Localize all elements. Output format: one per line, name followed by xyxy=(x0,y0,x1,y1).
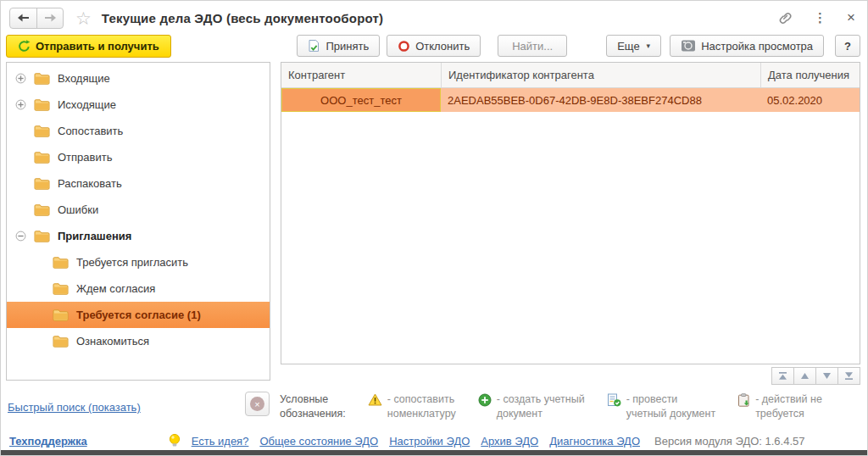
get-link-icon[interactable] xyxy=(777,11,793,25)
legend-item: - создать учетныйдокумент xyxy=(478,392,585,420)
decline-label: Отклонить xyxy=(415,40,470,53)
forward-button[interactable] xyxy=(36,8,63,28)
tree-item[interactable]: Ждем согласия xyxy=(7,275,270,302)
legend-item-text: - провестиучетный документ xyxy=(626,392,716,420)
tree-item[interactable]: Распаковать xyxy=(7,170,270,197)
history-nav xyxy=(9,8,64,29)
tree-item[interactable]: Ознакомиться xyxy=(7,328,270,354)
more-menu-icon[interactable]: ⋮ xyxy=(814,10,826,25)
find-button[interactable]: Найти... xyxy=(498,35,567,57)
back-arrow-icon xyxy=(17,14,30,22)
tree-item[interactable]: Входящие xyxy=(7,65,270,92)
tree-item[interactable]: Требуется пригласить xyxy=(7,249,270,275)
decline-button[interactable]: Отклонить xyxy=(387,35,481,57)
tree-item[interactable]: Ошибки xyxy=(7,197,270,223)
expander-plus-icon[interactable] xyxy=(15,99,27,110)
favorite-star-icon[interactable]: ☆ xyxy=(75,9,92,27)
folder-icon xyxy=(53,282,69,295)
find-label: Найти... xyxy=(512,40,553,53)
tree-item[interactable]: Отправить xyxy=(7,144,270,170)
help-button[interactable]: ? xyxy=(835,35,860,57)
folder-icon xyxy=(34,72,50,85)
table-body: ООО_тест_тест2AEDAB55BEB-0D67-42DB-9E8D-… xyxy=(281,88,860,112)
column-header[interactable]: Идентификатор контрагента xyxy=(441,63,760,87)
tree-item-label: Ждем согласия xyxy=(76,282,155,295)
table-cell[interactable]: 2AEDAB55BEB-0D67-42DB-9E8D-38EBF274CD88 xyxy=(441,88,760,112)
edo-window: ☆ Текущие дела ЭДО (весь документооборот… xyxy=(0,0,868,456)
table-header: КонтрагентИдентификатор контрагентаДата … xyxy=(281,63,860,88)
scroll-up-button[interactable] xyxy=(793,367,816,385)
documents-table: КонтрагентИдентификатор контрагентаДата … xyxy=(281,62,860,364)
scroll-down-icon xyxy=(822,372,832,380)
tree-item-label: Требуется пригласить xyxy=(76,256,188,269)
more-button[interactable]: Еще ▾ xyxy=(606,35,661,57)
post-document-icon xyxy=(607,392,621,420)
forward-arrow-icon xyxy=(44,14,57,22)
quick-search-zone: Быстрый поиск (показать) xyxy=(8,390,245,414)
tree-item[interactable]: Приглашения xyxy=(7,223,270,249)
bottom-link[interactable]: Архив ЭДО xyxy=(481,435,538,448)
tree-item[interactable]: Сопоставить xyxy=(7,118,270,144)
tree-item-label: Отправить xyxy=(58,151,112,164)
tree-item-label: Ошибки xyxy=(58,203,98,216)
scroll-bottom-button[interactable] xyxy=(837,367,860,385)
send-receive-button[interactable]: Отправить и получить xyxy=(6,35,171,58)
cancel-operation-button[interactable]: × xyxy=(245,392,270,416)
column-header[interactable]: Дата получения xyxy=(760,63,860,87)
table-cell[interactable]: ООО_тест_тест xyxy=(281,88,441,112)
legend-item: - действий нетребуется xyxy=(737,392,822,420)
expander-plus-icon[interactable] xyxy=(15,73,27,84)
clipboard-check-icon xyxy=(737,392,750,420)
window-bottom-edge xyxy=(1,450,867,455)
send-receive-label: Отправить и получить xyxy=(36,40,159,53)
table-cell[interactable]: 05.02.2020 xyxy=(760,88,860,112)
legend-item-text: - действий нетребуется xyxy=(755,392,822,420)
decline-icon xyxy=(398,40,410,53)
titlebar: ☆ Текущие дела ЭДО (весь документооборот… xyxy=(1,1,867,33)
view-settings-button[interactable]: Настройка просмотра xyxy=(670,35,824,57)
scroll-top-icon xyxy=(778,371,787,381)
help-label: ? xyxy=(844,40,851,53)
table-scroll-buttons xyxy=(281,367,860,385)
close-icon[interactable]: × xyxy=(847,9,855,26)
tree-item[interactable]: Требуется согласие (1) xyxy=(7,302,270,328)
footer: Быстрый поиск (показать) × Условныеобозн… xyxy=(1,386,867,428)
warning-triangle-icon xyxy=(368,392,382,420)
quick-search-link[interactable]: Быстрый поиск (показать) xyxy=(8,401,141,414)
tree-item[interactable]: Исходящие xyxy=(7,92,270,118)
scroll-bottom-icon xyxy=(844,371,854,381)
accept-label: Принять xyxy=(326,40,369,53)
folder-icon xyxy=(53,256,69,269)
refresh-icon xyxy=(18,40,31,53)
legend-item: - сопоставитьноменклатуру xyxy=(368,392,456,420)
tree-item-label: Исходящие xyxy=(58,98,116,111)
bottom-link[interactable]: Диагностика ЭДО xyxy=(549,435,640,448)
module-version: Версия модуля ЭДО: 1.6.4.57 xyxy=(654,435,805,448)
legend-item-text: - создать учетныйдокумент xyxy=(497,392,585,420)
tree-item-label: Входящие xyxy=(58,72,110,85)
table-row[interactable]: ООО_тест_тест2AEDAB55BEB-0D67-42DB-9E8D-… xyxy=(281,88,860,112)
titlebar-actions: ⋮ × xyxy=(777,9,855,26)
scroll-down-button[interactable] xyxy=(815,367,838,385)
scroll-up-icon xyxy=(800,372,810,380)
folder-icon xyxy=(34,98,50,111)
right-panel: КонтрагентИдентификатор контрагентаДата … xyxy=(281,62,860,386)
back-button[interactable] xyxy=(10,8,36,28)
support-link[interactable]: Техподдержка xyxy=(9,435,87,448)
cancel-circle-icon: × xyxy=(250,397,264,411)
tree-item-label: Требуется согласие (1) xyxy=(76,309,201,321)
folder-icon xyxy=(34,125,50,137)
idea-link[interactable]: Есть идея? xyxy=(192,435,249,448)
tree-item-label: Приглашения xyxy=(58,230,131,242)
expander-minus-icon[interactable] xyxy=(15,231,27,242)
toolbar: Отправить и получить Принять Отклонить Н… xyxy=(1,33,867,62)
bottom-link[interactable]: Настройки ЭДО xyxy=(389,435,470,448)
legend-title: Условныеобозначения: xyxy=(280,392,346,420)
create-document-icon xyxy=(478,392,492,420)
scroll-top-button[interactable] xyxy=(771,367,794,385)
folder-icon xyxy=(34,230,50,242)
dropdown-arrow-icon: ▾ xyxy=(647,42,651,50)
bottom-link[interactable]: Общее состояние ЭДО xyxy=(259,435,378,448)
accept-button[interactable]: Принять xyxy=(297,35,380,57)
column-header[interactable]: Контрагент xyxy=(281,63,441,87)
